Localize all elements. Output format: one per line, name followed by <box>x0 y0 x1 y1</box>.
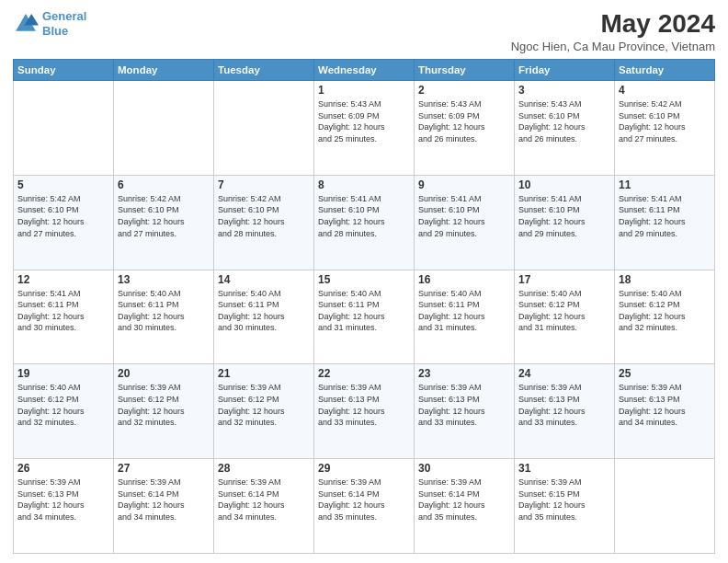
day-info: Sunrise: 5:43 AM Sunset: 6:09 PM Dayligh… <box>318 98 410 144</box>
day-number: 16 <box>418 273 510 286</box>
day-info: Sunrise: 5:39 AM Sunset: 6:13 PM Dayligh… <box>518 382 610 428</box>
calendar-cell: 6Sunrise: 5:42 AM Sunset: 6:10 PM Daylig… <box>114 175 214 270</box>
day-number: 1 <box>318 84 410 97</box>
calendar-cell: 1Sunrise: 5:43 AM Sunset: 6:09 PM Daylig… <box>314 81 415 176</box>
calendar-week-row: 26Sunrise: 5:39 AM Sunset: 6:13 PM Dayli… <box>14 459 715 554</box>
day-info: Sunrise: 5:42 AM Sunset: 6:10 PM Dayligh… <box>619 98 711 144</box>
day-number: 9 <box>418 178 510 191</box>
header: General Blue May 2024 Ngoc Hien, Ca Mau … <box>13 9 715 53</box>
day-info: Sunrise: 5:40 AM Sunset: 6:11 PM Dayligh… <box>118 288 210 334</box>
day-number: 14 <box>218 273 310 286</box>
day-number: 17 <box>518 273 610 286</box>
weekday-header-tuesday: Tuesday <box>214 60 314 81</box>
day-number: 2 <box>418 84 510 97</box>
calendar-cell: 11Sunrise: 5:41 AM Sunset: 6:11 PM Dayli… <box>615 175 715 270</box>
calendar-cell: 31Sunrise: 5:39 AM Sunset: 6:15 PM Dayli… <box>515 459 615 554</box>
weekday-header-monday: Monday <box>114 60 214 81</box>
calendar-cell <box>615 459 715 554</box>
calendar-body: 1Sunrise: 5:43 AM Sunset: 6:09 PM Daylig… <box>14 81 715 554</box>
calendar-header-row: SundayMondayTuesdayWednesdayThursdayFrid… <box>14 60 715 81</box>
calendar-cell: 19Sunrise: 5:40 AM Sunset: 6:12 PM Dayli… <box>14 364 114 459</box>
day-number: 20 <box>118 367 210 380</box>
day-info: Sunrise: 5:42 AM Sunset: 6:10 PM Dayligh… <box>218 193 310 239</box>
day-number: 19 <box>17 367 109 380</box>
day-info: Sunrise: 5:39 AM Sunset: 6:13 PM Dayligh… <box>318 382 410 428</box>
day-number: 13 <box>118 273 210 286</box>
logo-line2: Blue <box>42 24 68 38</box>
day-info: Sunrise: 5:40 AM Sunset: 6:11 PM Dayligh… <box>418 288 510 334</box>
day-number: 28 <box>218 462 310 475</box>
location-subtitle: Ngoc Hien, Ca Mau Province, Vietnam <box>511 40 715 53</box>
day-number: 5 <box>17 178 109 191</box>
calendar-week-row: 5Sunrise: 5:42 AM Sunset: 6:10 PM Daylig… <box>14 175 715 270</box>
calendar-cell: 14Sunrise: 5:40 AM Sunset: 6:11 PM Dayli… <box>214 270 314 364</box>
calendar-cell: 28Sunrise: 5:39 AM Sunset: 6:14 PM Dayli… <box>214 459 314 554</box>
weekday-header-thursday: Thursday <box>415 60 515 81</box>
calendar-cell: 21Sunrise: 5:39 AM Sunset: 6:12 PM Dayli… <box>214 364 314 459</box>
day-info: Sunrise: 5:41 AM Sunset: 6:11 PM Dayligh… <box>619 193 711 239</box>
day-number: 4 <box>619 84 711 97</box>
calendar-cell: 18Sunrise: 5:40 AM Sunset: 6:12 PM Dayli… <box>615 270 715 364</box>
day-info: Sunrise: 5:43 AM Sunset: 6:10 PM Dayligh… <box>518 98 610 144</box>
day-info: Sunrise: 5:39 AM Sunset: 6:13 PM Dayligh… <box>418 382 510 428</box>
calendar-cell: 17Sunrise: 5:40 AM Sunset: 6:12 PM Dayli… <box>515 270 615 364</box>
day-info: Sunrise: 5:39 AM Sunset: 6:14 PM Dayligh… <box>318 477 410 523</box>
day-number: 6 <box>118 178 210 191</box>
calendar-cell: 5Sunrise: 5:42 AM Sunset: 6:10 PM Daylig… <box>14 175 114 270</box>
calendar-cell: 20Sunrise: 5:39 AM Sunset: 6:12 PM Dayli… <box>114 364 214 459</box>
day-info: Sunrise: 5:41 AM Sunset: 6:10 PM Dayligh… <box>318 193 410 239</box>
day-info: Sunrise: 5:40 AM Sunset: 6:12 PM Dayligh… <box>17 382 109 428</box>
day-number: 21 <box>218 367 310 380</box>
day-number: 31 <box>518 462 610 475</box>
page: General Blue May 2024 Ngoc Hien, Ca Mau … <box>0 0 728 563</box>
day-info: Sunrise: 5:41 AM Sunset: 6:10 PM Dayligh… <box>418 193 510 239</box>
day-number: 24 <box>518 367 610 380</box>
calendar-week-row: 1Sunrise: 5:43 AM Sunset: 6:09 PM Daylig… <box>14 81 715 176</box>
calendar-cell: 24Sunrise: 5:39 AM Sunset: 6:13 PM Dayli… <box>515 364 615 459</box>
day-number: 22 <box>318 367 410 380</box>
day-number: 18 <box>619 273 711 286</box>
month-title: May 2024 <box>511 9 715 39</box>
calendar-cell: 7Sunrise: 5:42 AM Sunset: 6:10 PM Daylig… <box>214 175 314 270</box>
day-info: Sunrise: 5:39 AM Sunset: 6:13 PM Dayligh… <box>17 477 109 523</box>
day-number: 10 <box>518 178 610 191</box>
day-number: 29 <box>318 462 410 475</box>
day-number: 7 <box>218 178 310 191</box>
day-number: 8 <box>318 178 410 191</box>
calendar-week-row: 19Sunrise: 5:40 AM Sunset: 6:12 PM Dayli… <box>14 364 715 459</box>
logo-icon <box>13 11 39 37</box>
calendar-cell: 4Sunrise: 5:42 AM Sunset: 6:10 PM Daylig… <box>615 81 715 176</box>
calendar-cell: 29Sunrise: 5:39 AM Sunset: 6:14 PM Dayli… <box>314 459 415 554</box>
calendar-cell: 16Sunrise: 5:40 AM Sunset: 6:11 PM Dayli… <box>415 270 515 364</box>
day-number: 25 <box>619 367 711 380</box>
day-number: 27 <box>118 462 210 475</box>
calendar-cell: 10Sunrise: 5:41 AM Sunset: 6:10 PM Dayli… <box>515 175 615 270</box>
day-number: 30 <box>418 462 510 475</box>
calendar-cell: 9Sunrise: 5:41 AM Sunset: 6:10 PM Daylig… <box>415 175 515 270</box>
day-info: Sunrise: 5:43 AM Sunset: 6:09 PM Dayligh… <box>418 98 510 144</box>
calendar-cell: 15Sunrise: 5:40 AM Sunset: 6:11 PM Dayli… <box>314 270 415 364</box>
day-number: 26 <box>17 462 109 475</box>
calendar-week-row: 12Sunrise: 5:41 AM Sunset: 6:11 PM Dayli… <box>14 270 715 364</box>
day-number: 11 <box>619 178 711 191</box>
day-number: 3 <box>518 84 610 97</box>
title-section: May 2024 Ngoc Hien, Ca Mau Province, Vie… <box>511 9 715 53</box>
calendar-cell: 26Sunrise: 5:39 AM Sunset: 6:13 PM Dayli… <box>14 459 114 554</box>
calendar-cell: 23Sunrise: 5:39 AM Sunset: 6:13 PM Dayli… <box>415 364 515 459</box>
day-info: Sunrise: 5:41 AM Sunset: 6:11 PM Dayligh… <box>17 288 109 334</box>
logo: General Blue <box>13 9 86 38</box>
calendar-cell: 2Sunrise: 5:43 AM Sunset: 6:09 PM Daylig… <box>415 81 515 176</box>
day-info: Sunrise: 5:39 AM Sunset: 6:13 PM Dayligh… <box>619 382 711 428</box>
calendar-cell <box>114 81 214 176</box>
calendar-cell: 30Sunrise: 5:39 AM Sunset: 6:14 PM Dayli… <box>415 459 515 554</box>
day-info: Sunrise: 5:39 AM Sunset: 6:15 PM Dayligh… <box>518 477 610 523</box>
weekday-header-wednesday: Wednesday <box>314 60 415 81</box>
day-info: Sunrise: 5:40 AM Sunset: 6:12 PM Dayligh… <box>518 288 610 334</box>
day-number: 15 <box>318 273 410 286</box>
calendar-cell: 13Sunrise: 5:40 AM Sunset: 6:11 PM Dayli… <box>114 270 214 364</box>
day-info: Sunrise: 5:39 AM Sunset: 6:12 PM Dayligh… <box>218 382 310 428</box>
calendar-cell <box>14 81 114 176</box>
weekday-header-sunday: Sunday <box>14 60 114 81</box>
weekday-header-saturday: Saturday <box>615 60 715 81</box>
day-info: Sunrise: 5:39 AM Sunset: 6:12 PM Dayligh… <box>118 382 210 428</box>
